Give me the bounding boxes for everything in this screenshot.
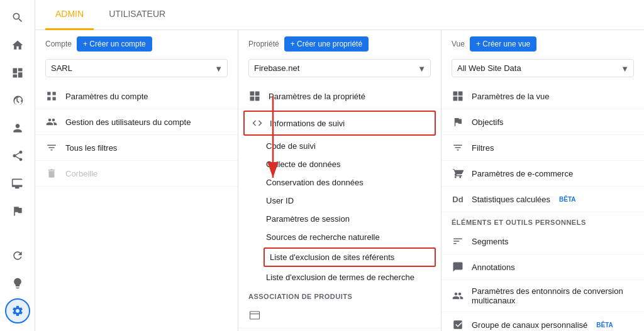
tracking-info-item[interactable]: Informations de suivi (243, 111, 436, 136)
svg-rect-0 (47, 92, 50, 95)
gear-icon[interactable] (5, 298, 30, 323)
account-label: Compte (45, 40, 72, 48)
account-select-row: SARL ▼ (35, 59, 238, 84)
tab-admin[interactable]: ADMIN (45, 0, 94, 30)
property-label: Propriété (248, 40, 279, 48)
beta-badge-1: BÊTA (559, 196, 575, 203)
property-select-input[interactable]: Firebase.net (248, 59, 431, 77)
account-trash-item[interactable]: Corbeille (35, 161, 238, 187)
exclusion-referents-label: Liste d'exclusion de sites référents (270, 252, 394, 262)
svg-rect-8 (250, 97, 255, 101)
session-params-item[interactable]: Paramètres de session (238, 210, 441, 228)
account-filters-item[interactable]: Tous les filtres (35, 135, 238, 161)
calculated-stats-item[interactable]: Dd Statistiques calculées BÊTA (441, 187, 644, 212)
channels-item[interactable]: Groupe de canaux personnalisé BÊTA (441, 312, 644, 331)
account-users-item[interactable]: Gestion des utilisateurs du compte (35, 109, 238, 135)
property-column: Propriété + Créer une propriété Firebase… (238, 30, 441, 331)
view-select[interactable]: All Web Site Data ▼ (452, 59, 634, 77)
dashboard-icon[interactable] (5, 60, 30, 85)
segments-icon (452, 235, 464, 247)
adsense-item[interactable]: Association à AdSense (238, 328, 441, 331)
settings-icon (45, 90, 58, 102)
search-icon[interactable] (5, 5, 30, 30)
account-select[interactable]: SARL ▼ (45, 59, 228, 77)
svg-rect-10 (250, 312, 260, 319)
property-header: Propriété + Créer une propriété (238, 30, 441, 55)
sidebar (0, 0, 35, 331)
create-account-btn[interactable]: + Créer un compte (77, 36, 152, 52)
account-settings-label: Paramètres du compte (65, 92, 148, 101)
share-icon[interactable] (5, 143, 30, 168)
annotations-item[interactable]: Annotations (441, 254, 644, 280)
property-settings-icon (248, 90, 261, 102)
data-conservation-item[interactable]: Conservation des données (238, 173, 441, 192)
view-column: Vue + Créer une vue All Web Site Data ▼ … (441, 30, 644, 331)
account-trash-label: Corbeille (65, 169, 97, 178)
person-icon[interactable] (5, 116, 30, 141)
view-select-input[interactable]: All Web Site Data (452, 59, 634, 77)
main-content: ADMIN UTILISATEUR Compte + Créer un comp… (35, 0, 644, 331)
natural-search-item[interactable]: Sources de recherche naturelle (238, 228, 441, 246)
data-collection-item[interactable]: Collecte de données (238, 155, 441, 173)
svg-rect-6 (250, 92, 255, 96)
exclusion-terms-label: Liste d'exclusion de termes de recherche (266, 273, 414, 282)
exclusion-terms-item[interactable]: Liste d'exclusion de termes de recherche (238, 268, 441, 286)
columns-container: Compte + Créer un compte SARL ▼ Paramètr… (35, 30, 644, 331)
dd-icon: Dd (452, 193, 464, 205)
cart-icon (452, 167, 464, 180)
view-filters-label: Filtres (472, 143, 494, 153)
view-header: Vue + Créer une vue (441, 30, 644, 55)
view-settings-icon (452, 90, 464, 102)
svg-rect-22 (453, 97, 458, 101)
channels-label: Groupe de canaux personnalisé (472, 320, 587, 330)
clock-icon[interactable] (5, 88, 30, 113)
goals-item[interactable]: Objectifs (441, 109, 644, 135)
trash-icon (45, 167, 58, 180)
account-users-label: Gestion des utilisateurs du compte (65, 117, 191, 127)
personal-tools-header: ÉLÉMENTS ET OUTILS PERSONNELS (441, 212, 644, 229)
channels-icon (452, 318, 464, 331)
user-id-item[interactable]: User ID (238, 192, 441, 210)
user-id-label: User ID (266, 196, 294, 205)
data-conservation-label: Conservation des données (266, 178, 364, 187)
view-settings-item[interactable]: Paramètres de la vue (441, 84, 644, 109)
account-settings-item[interactable]: Paramètres du compte (35, 84, 238, 109)
account-column: Compte + Créer un compte SARL ▼ Paramètr… (35, 30, 238, 331)
annotations-label: Annotations (472, 263, 515, 272)
exclusion-referents-item[interactable]: Liste d'exclusion de sites référents (264, 247, 436, 267)
google-ads-item[interactable] (238, 303, 441, 328)
view-filters-item[interactable]: Filtres (441, 135, 644, 161)
segments-label: Segments (472, 237, 509, 246)
svg-rect-20 (453, 92, 458, 96)
property-select[interactable]: Firebase.net ▼ (248, 59, 431, 77)
segments-item[interactable]: Segments (441, 229, 644, 254)
svg-rect-7 (255, 92, 260, 96)
refresh-icon[interactable] (5, 243, 30, 268)
calculated-stats-label: Statistiques calculées (472, 195, 550, 204)
tab-utilisateur[interactable]: UTILISATEUR (99, 0, 175, 30)
tracking-code-item[interactable]: Code de suivi (238, 137, 441, 155)
ecommerce-item[interactable]: Paramètres de e-commerce (441, 161, 644, 187)
home-icon[interactable] (5, 33, 30, 58)
create-property-btn[interactable]: + Créer une propriété (284, 36, 369, 52)
create-view-btn[interactable]: + Créer une vue (470, 36, 536, 52)
annotations-icon (452, 261, 464, 273)
beta-badge-2: BÊTA (596, 322, 613, 328)
svg-rect-2 (47, 97, 50, 100)
property-select-row: Firebase.net ▼ (238, 59, 441, 84)
google-ads-icon (248, 309, 261, 322)
account-select-input[interactable]: SARL (45, 59, 228, 77)
account-filters-label: Tous les filtres (65, 143, 117, 153)
view-select-row: All Web Site Data ▼ (441, 59, 644, 84)
flag-icon[interactable] (5, 198, 30, 224)
funnels-item[interactable]: Paramètres des entonnoirs de conversion … (441, 280, 644, 312)
monitor-icon[interactable] (5, 171, 30, 196)
bulb-icon[interactable] (5, 271, 30, 296)
svg-rect-9 (255, 97, 260, 101)
property-settings-label: Paramètres de la propriété (269, 92, 365, 101)
ecommerce-label: Paramètres de e-commerce (472, 169, 573, 178)
data-collection-label: Collecte de données (266, 160, 341, 169)
property-settings-item[interactable]: Paramètres de la propriété (238, 84, 441, 109)
svg-rect-21 (458, 92, 463, 96)
view-settings-label: Paramètres de la vue (472, 92, 550, 101)
